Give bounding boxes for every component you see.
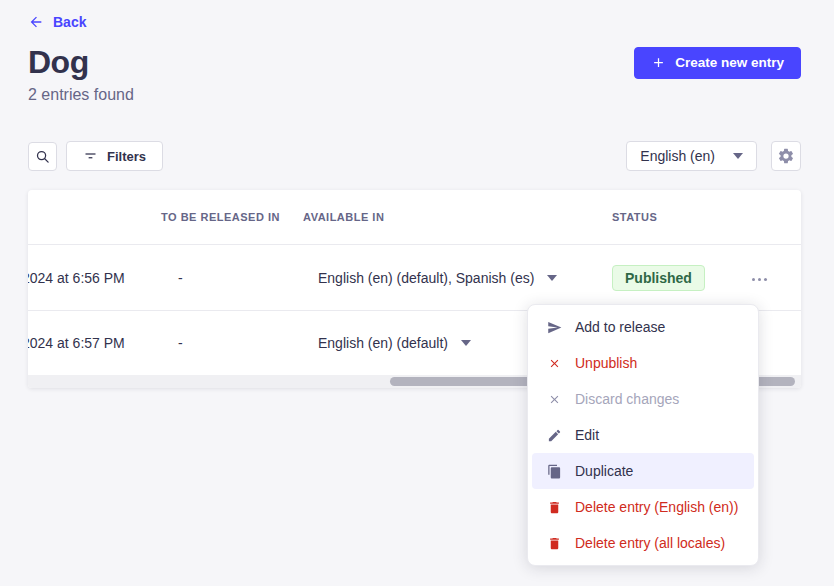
create-new-entry-button[interactable]: Create new entry — [634, 47, 801, 79]
plus-icon — [651, 55, 666, 70]
arrow-left-icon — [28, 14, 44, 30]
column-header-available-in: AVAILABLE IN — [303, 211, 612, 223]
available-locales-text: English (en) (default), Spanish (es) — [318, 270, 534, 286]
table-toolbar: Filters English (en) — [0, 141, 834, 171]
locale-selected-value: English (en) — [640, 148, 715, 164]
page-header: Back Dog Create new entry 2 entries foun… — [0, 0, 834, 104]
trash-icon — [546, 500, 562, 515]
more-actions-button[interactable] — [748, 272, 771, 287]
filters-button[interactable]: Filters — [66, 141, 163, 171]
entries-count: 2 entries found — [28, 86, 801, 104]
chevron-down-icon — [547, 275, 557, 281]
duplicate-icon — [546, 464, 562, 479]
search-button[interactable] — [28, 142, 57, 171]
paper-plane-icon — [546, 320, 562, 335]
menu-item-delete-entry-locale[interactable]: Delete entry (English (en)) — [532, 489, 754, 525]
page-title: Dog — [28, 44, 89, 81]
locale-select[interactable]: English (en) — [626, 141, 757, 171]
menu-item-unpublish[interactable]: Unpublish — [532, 345, 754, 381]
chevron-down-icon — [733, 153, 743, 159]
status-badge: Published — [612, 265, 705, 291]
gear-icon — [777, 147, 795, 165]
back-link[interactable]: Back — [28, 14, 86, 30]
table-row[interactable]: 2024 at 6:56 PM - English (en) (default)… — [28, 245, 801, 310]
cell-available-in[interactable]: English (en) (default), Spanish (es) — [303, 270, 612, 286]
cross-icon — [546, 393, 562, 406]
cell-status: Published — [612, 265, 718, 291]
menu-item-edit[interactable]: Edit — [532, 417, 754, 453]
filter-icon — [83, 149, 98, 164]
menu-item-discard-changes[interactable]: Discard changes — [532, 381, 754, 417]
trash-icon — [546, 536, 562, 551]
row-context-menu: Add to release Unpublish Discard changes… — [527, 304, 759, 566]
ellipsis-icon — [752, 278, 755, 281]
content-manager-page: Back Dog Create new entry 2 entries foun… — [0, 0, 834, 586]
search-icon — [35, 149, 50, 164]
menu-item-duplicate[interactable]: Duplicate — [532, 453, 754, 489]
cross-icon — [546, 357, 562, 370]
cell-actions — [718, 268, 801, 287]
column-header-status: STATUS — [612, 211, 718, 223]
chevron-down-icon — [461, 340, 471, 346]
menu-item-delete-entry-all-locales[interactable]: Delete entry (all locales) — [532, 525, 754, 561]
menu-item-add-to-release[interactable]: Add to release — [532, 309, 754, 345]
available-locales-text: English (en) (default) — [318, 335, 448, 351]
cell-to-be-released-in: - — [161, 335, 303, 351]
pencil-icon — [546, 428, 562, 443]
table-header-row: TO BE RELEASED IN AVAILABLE IN STATUS — [28, 190, 801, 245]
settings-button[interactable] — [771, 141, 801, 171]
cell-updated: 2024 at 6:56 PM — [28, 270, 161, 286]
cell-updated: 2024 at 6:57 PM — [28, 335, 161, 351]
cell-to-be-released-in: - — [161, 270, 303, 286]
column-header-to-be-released-in: TO BE RELEASED IN — [161, 211, 303, 223]
filters-label: Filters — [107, 149, 146, 164]
create-button-label: Create new entry — [675, 55, 784, 70]
back-label: Back — [53, 14, 86, 30]
